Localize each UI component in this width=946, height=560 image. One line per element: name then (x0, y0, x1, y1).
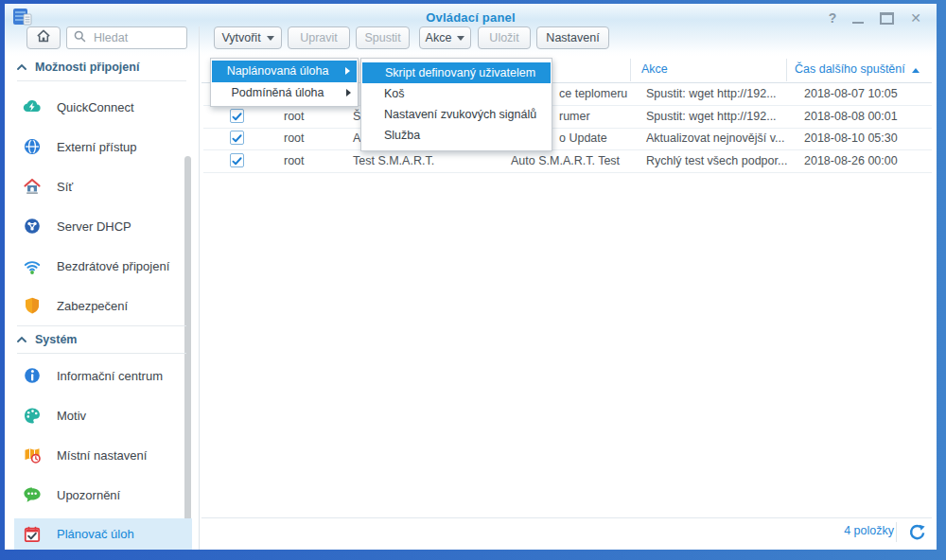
menu-item-napl-novan-loha[interactable]: Naplánovaná úloha (212, 61, 357, 82)
sidebar-section-label: Systém (35, 333, 77, 346)
sidebar-item-informa-n-centrum[interactable]: Informační centrum (14, 359, 192, 392)
submenu-item-label: Nastavení zvukových signálů (384, 108, 536, 121)
ulo-it-button[interactable]: Uložit (478, 26, 531, 49)
section-divider (17, 325, 186, 326)
table-row[interactable]: rootTest S.M.A.R.T.Auto S.M.A.R.T. TestR… (203, 150, 932, 173)
submenu-item-nastaven-zvukov-ch-sign-l-[interactable]: Nastavení zvukových signálů (361, 104, 552, 125)
sort-ascending-icon (912, 68, 920, 73)
spustit-button[interactable]: Spustit (356, 26, 410, 49)
sidebar-item-label: Server DHCP (57, 219, 131, 234)
refresh-button[interactable] (908, 524, 925, 541)
chevron-down-icon (267, 36, 274, 41)
submenu-arrow-icon (346, 89, 351, 96)
create-submenu: Skript definovaný uživatelemKošNastavení… (360, 58, 552, 151)
close-icon[interactable] (910, 11, 921, 25)
enabled-checkbox[interactable] (230, 131, 244, 145)
akce-button[interactable]: Akce (419, 26, 471, 49)
network-house-icon (23, 177, 42, 196)
maximize-icon[interactable] (880, 12, 894, 25)
home-button[interactable] (26, 26, 61, 49)
window-controls (829, 11, 921, 25)
chevron-up-icon (17, 61, 26, 74)
header-column-separator (630, 59, 631, 81)
sidebar-item-upozorn-n-[interactable]: Upozornění (14, 479, 192, 511)
sidebar-item-label: Externí přístup (57, 140, 137, 154)
submenu-item-slu-ba[interactable]: Služba (361, 125, 552, 146)
toolbar-button-label: Nastavení (546, 31, 599, 44)
sidebar-item-server-dhcp[interactable]: Server DHCP (14, 210, 192, 242)
sidebar-section-label: Možnosti připojení (35, 61, 139, 74)
cell-action: Spustit: wget http://192... (646, 106, 777, 128)
sidebar-item-motiv[interactable]: Motiv (14, 399, 192, 431)
map-clock-icon (23, 446, 42, 464)
home-icon (35, 27, 52, 48)
menu-item-podm-n-n-loha[interactable]: Podmíněná úloha (211, 82, 358, 104)
info-icon (23, 366, 42, 385)
column-header-action[interactable]: Akce (641, 62, 668, 76)
vytvo-it-button[interactable]: Vytvořit (214, 26, 282, 49)
sidebar-section-header[interactable]: Možnosti připojení (17, 61, 139, 74)
cell-owner: root (284, 106, 305, 128)
cell-next-run-time: 2018-08-07 10:05 (804, 83, 898, 105)
enabled-checkbox[interactable] (230, 153, 244, 167)
submenu-arrow-icon (345, 67, 350, 75)
sidebar-section-header[interactable]: Systém (17, 333, 77, 346)
cell-owner: root (284, 128, 305, 149)
sidebar-item-label: Informační centrum (57, 369, 163, 383)
sidebar-item-label: Zabezpečení (57, 299, 128, 313)
sidebar-item-label: Motiv (57, 409, 86, 423)
sidebar-item-extern-p-stup[interactable]: Externí přístup (14, 131, 192, 163)
sidebar-item-pl-nova-loh[interactable]: Plánovač úloh (14, 518, 192, 550)
nastaven--button[interactable]: Nastavení (536, 26, 609, 49)
dhcp-server-icon (23, 217, 42, 236)
help-icon[interactable] (829, 11, 837, 25)
search-box (66, 26, 187, 49)
cell-task-type: rumer (559, 106, 590, 128)
sidebar-item-zabezpe-en-[interactable]: Zabezpečení (14, 289, 192, 322)
sidebar-item-label: Upozornění (57, 488, 120, 502)
cell-task-type: Auto S.M.A.R.T. Test (511, 150, 620, 172)
wifi-icon (23, 256, 42, 275)
cell-task-type: o Update (559, 128, 607, 149)
search-icon (73, 29, 87, 47)
section-divider (17, 353, 186, 354)
table-row[interactable]: rootŠrumerSpustit: wget http://192...201… (203, 106, 932, 129)
submenu-item-label: Skript definovaný uživatelem (385, 66, 535, 79)
upravit-button[interactable]: Upravit (288, 26, 350, 49)
submenu-item-label: Koš (384, 87, 405, 100)
palette-icon (23, 406, 42, 425)
menu-item-label: Podmíněná úloha (232, 86, 324, 99)
sidebar-item-label: Plánovač úloh (57, 527, 134, 541)
menu-item-label: Naplánovaná úloha (227, 64, 329, 78)
enabled-checkbox[interactable] (230, 109, 244, 123)
sidebar-item-bezdr-tov-p-ipojen-[interactable]: Bezdrátové připojení (14, 250, 192, 282)
cell-action: Rychlý test všech podpor... (646, 150, 787, 172)
item-count-label: 4 položky (844, 524, 894, 537)
toolbar-button-label: Spustit (364, 31, 400, 44)
cell-action: Aktualizovat nejnovější v... (646, 128, 784, 149)
footer-separator (896, 522, 897, 542)
toolbar-button-label: Vytvořit (221, 31, 260, 44)
minimize-icon[interactable] (852, 12, 864, 24)
header-column-separator (786, 59, 787, 81)
toolbar-button-label: Akce (426, 31, 452, 44)
sidebar-item-s-[interactable]: Síť (14, 170, 192, 202)
submenu-item-skript-definovan-u-ivatelem[interactable]: Skript definovaný uživatelem (362, 62, 551, 83)
cell-task-type: ce teplomeru (559, 83, 627, 105)
globe-icon (23, 137, 42, 156)
sidebar-item-quickconnect[interactable]: QuickConnect (14, 91, 192, 123)
cell-next-run-time: 2018-08-10 05:30 (804, 128, 898, 149)
submenu-item-ko-[interactable]: Koš (361, 83, 552, 104)
cell-next-run-time: 2018-08-26 00:00 (804, 150, 898, 172)
cell-next-run-time: 2018-08-08 00:01 (804, 106, 898, 128)
sidebar-item-label: Místní nastavení (57, 448, 147, 463)
cell-action: Spustit: wget http://192... (646, 83, 777, 105)
search-input[interactable] (92, 30, 181, 45)
section-divider (17, 80, 186, 81)
chevron-down-icon (457, 36, 464, 41)
window-title: Ovládací panel (5, 10, 937, 25)
column-header-next-run[interactable]: Čas dalšího spuštění (795, 62, 920, 76)
sidebar-item-m-stn-nastaven-[interactable]: Místní nastavení (14, 439, 192, 471)
table-row[interactable]: rootAo UpdateAktualizovat nejnovější v..… (203, 128, 932, 150)
sidebar-item-label: Síť (57, 180, 73, 194)
